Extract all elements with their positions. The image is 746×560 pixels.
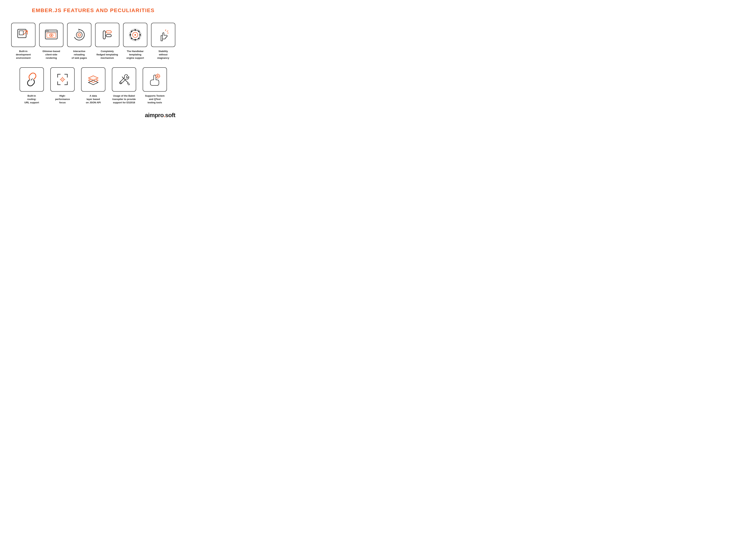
feature-label-built-in-dev: Built-indevelopmentenvironment [16,50,31,60]
icon-box-routing [20,67,44,92]
svg-rect-52 [159,76,160,77]
feature-label-performance: High-performancefocus [55,94,70,105]
glimmer-icon [44,27,59,43]
routing-icon [24,72,39,87]
page-title: EMBER.JS FEATURES AND PECULIARITIES [11,7,175,13]
svg-rect-20 [103,31,105,39]
feature-routing: Built-inrouting:URL support [18,67,45,105]
svg-point-46 [120,82,121,84]
svg-rect-21 [106,31,111,33]
feature-templating: Completelyfledged templatingmechanism [95,23,119,60]
feature-handlebar: The Handlebartemplatingengine support [123,23,147,60]
icon-box-glimmer [39,23,63,47]
performance-icon [55,72,70,87]
feature-label-interactive-reload: Interactivereloadingof web pages [71,50,87,60]
brand-text2: soft [165,112,175,118]
feature-label-handlebar: The Handlebartemplatingengine support [126,50,144,60]
svg-point-48 [157,75,159,77]
feature-interactive-reload: Interactivereloadingof web pages [67,23,91,60]
svg-rect-27 [139,34,141,35]
svg-line-17 [80,36,81,36]
testem-icon [147,72,162,87]
svg-line-35 [166,30,166,31]
icon-box-handlebar [123,23,147,47]
svg-rect-49 [157,74,158,75]
icon-box-stability [151,23,175,47]
icon-box-babel [112,67,136,92]
icon-box-templating [95,23,119,47]
feature-label-templating: Completelyfledged templatingmechanism [96,50,118,60]
svg-line-38 [31,79,32,80]
icon-box-interactive-reload [67,23,91,47]
svg-point-9 [51,35,52,36]
feature-label-babel: Usage of the Babeltranspiler to provides… [112,94,136,105]
feature-babel: Usage of the Babeltranspiler to provides… [111,67,138,105]
feature-row-1: Built-indevelopmentenvironment Glimmer-b… [11,23,175,60]
svg-point-33 [135,34,136,36]
brand-text1: aimpro [145,112,164,118]
svg-point-5 [47,31,47,31]
feature-testem: Supports Testemand QTesttesting tools [141,67,168,105]
icon-box-testem [143,67,167,92]
handlebar-icon [128,27,143,43]
icon-box-performance [50,67,75,92]
svg-line-19 [78,36,78,36]
svg-point-6 [48,31,49,31]
stability-icon [156,27,171,43]
icon-box-data-layer [81,67,105,92]
brand: aimpro.soft [145,112,175,119]
feature-row-2: Built-inrouting:URL support [11,67,175,105]
built-in-dev-icon [16,27,31,43]
feature-label-data-layer: A datalayer basedon JSON API [86,94,101,105]
svg-line-2 [23,31,27,35]
svg-rect-26 [130,34,131,35]
svg-rect-29 [138,30,140,32]
feature-performance: High-performancefocus [49,67,76,105]
data-layer-icon [86,72,101,87]
svg-rect-24 [135,29,136,31]
svg-rect-25 [135,39,136,40]
feature-label-stability: Stabilitywithoutstagnancy [157,50,169,60]
svg-rect-1 [19,31,23,35]
feature-built-in-dev: Built-indevelopmentenvironment [11,23,35,60]
templating-icon [100,27,115,43]
icon-box-built-in-dev [11,23,35,47]
feature-stability: Stabilitywithoutstagnancy [151,23,175,60]
interactive-reload-icon [72,27,87,43]
svg-rect-28 [131,30,133,32]
svg-line-16 [78,33,78,34]
svg-point-11 [78,34,80,36]
brand-row: aimpro.soft [11,112,175,119]
svg-line-18 [80,33,81,34]
svg-rect-22 [106,34,111,37]
svg-point-40 [62,79,63,80]
feature-label-routing: Built-inrouting:URL support [24,94,39,105]
babel-icon [117,72,132,87]
feature-label-testem: Supports Testemand QTesttesting tools [145,94,165,105]
svg-rect-50 [157,78,158,79]
feature-data-layer: A datalayer basedon JSON API [80,67,107,105]
svg-line-36 [167,31,168,31]
feature-glimmer: Glimmer-basedclient-siderendering [39,23,63,60]
svg-rect-51 [155,76,156,77]
feature-label-glimmer: Glimmer-basedclient-siderendering [42,50,60,60]
